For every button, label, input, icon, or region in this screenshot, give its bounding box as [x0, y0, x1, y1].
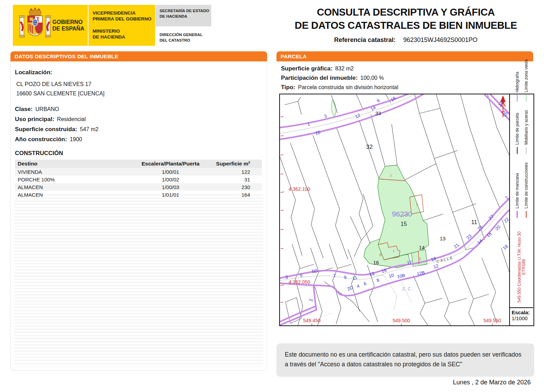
- map-label: 8: [376, 278, 380, 283]
- tipo-label: Tipo:: [281, 84, 295, 91]
- superficie-grafica-value: 832 m2: [335, 66, 353, 71]
- anio-construccion-label: Año construcción:: [15, 136, 67, 143]
- legend-entry-label: Límite de construcciones: [524, 162, 529, 208]
- map-label: 10: [388, 273, 394, 279]
- address-line2: 16600 SAN CLEMENTE [CUENCA]: [16, 89, 262, 98]
- cadastral-map-drawing: 1310121491633321715962301511131416355D79…: [280, 94, 509, 325]
- scale-value: 1/1000: [512, 315, 533, 321]
- gobierno-de-espana-label: GOBIERNO DE ESPAÑA: [52, 19, 86, 32]
- legend-entry-label: Mobiliario y aceras: [524, 110, 529, 145]
- document-title-block: CONSULTA DESCRIPTIVA Y GRÁFICA DE DATOS …: [284, 6, 527, 44]
- map-label: 10: [315, 130, 321, 136]
- superficie-construida-label: Superficie construida:: [15, 126, 77, 133]
- tipo-value: Parcela construida sin división horizont…: [298, 84, 398, 90]
- map-label: 16: [486, 231, 493, 238]
- map-label: 12B: [417, 270, 425, 276]
- legend-entry-label: Hidrografía: [515, 72, 520, 92]
- col-header-escalera-planta-puerta: Escalera/Planta/Puerta: [129, 160, 213, 168]
- legend-entry: Límite de parcela: [515, 110, 520, 154]
- map-label: 17: [407, 259, 412, 265]
- map-label: 11: [352, 275, 358, 281]
- map-label: I: [390, 173, 391, 178]
- legend-line-swatch-icon: [526, 95, 527, 102]
- legend-entry: Mobiliario y aceras: [524, 110, 529, 154]
- map-label: 4.362.100: [289, 186, 310, 192]
- legend-column: Límite de manzanaLímite de construccione…: [515, 162, 529, 218]
- map-label: 9: [376, 98, 381, 103]
- title-line1: CONSULTA DESCRIPTIVA Y GRÁFICA: [317, 7, 495, 18]
- legend-column: HidrografíaLímite zona verde: [515, 59, 529, 102]
- participacion-label: Participación del inmueble:: [281, 75, 358, 81]
- map-label: 18: [502, 244, 509, 251]
- map-label: 96230: [392, 210, 412, 218]
- map-label: 33: [375, 110, 381, 116]
- map-label: Z C.: [402, 286, 414, 291]
- map-label: 7: [333, 273, 336, 278]
- legend-entry-label: Límite de parcela: [515, 113, 520, 145]
- construccion-title: CONSTRUCCIÓN: [15, 150, 262, 157]
- brand-divider: [88, 5, 88, 46]
- superficie-grafica-label: Superficie gráfica:: [281, 65, 332, 72]
- uso-label: Uso principal:: [15, 116, 54, 122]
- map-label: 549.550: [484, 318, 501, 323]
- construction-table-header-row: Destino Escalera/Planta/Puerta Superfici…: [15, 160, 262, 168]
- spain-coat-of-arms-icon: [19, 6, 51, 45]
- map-label: 10B: [397, 273, 405, 279]
- legend-line-swatch-icon: [526, 147, 527, 154]
- legend-column: Límite de parcelaMobiliario y aceras: [515, 110, 529, 154]
- clase-value: URBANO: [35, 106, 59, 112]
- superficie-construida-value: 547 m2: [80, 126, 98, 132]
- clase-label: Clase:: [15, 106, 33, 112]
- map-label: 12: [354, 112, 361, 119]
- table-row: ALMACEN1/00/03230: [15, 183, 262, 191]
- map-label: 2: [308, 298, 314, 302]
- legend-coordinates-note: 549.550 Coordenadas U.T.M. Huso 30 ETRS8…: [517, 226, 526, 308]
- section-header-parcela: PARCELA: [276, 51, 533, 61]
- map-label: 3: [323, 113, 327, 119]
- map-legend: 549.550 Coordenadas U.T.M. Huso 30 ETRS8…: [509, 94, 533, 325]
- map-label: I: [393, 249, 394, 253]
- page-title: CONSULTA DESCRIPTIVA Y GRÁFICA DE DATOS …: [284, 6, 527, 32]
- map-label: 16: [390, 95, 396, 103]
- legend-line-swatch-icon: [516, 211, 518, 218]
- legend-line-swatch-icon: [517, 95, 518, 102]
- legend-entry: Límite zona verde: [524, 59, 529, 102]
- map-label: 15: [401, 221, 407, 227]
- table-row: VIVIENDA1/00/01122: [15, 168, 262, 176]
- col-header-superficie: Superficie m²: [213, 160, 262, 168]
- map-label: 4: [356, 283, 360, 289]
- map-label: 2D: [347, 285, 354, 292]
- table-row: ALMACEN1/01/01164: [15, 191, 262, 198]
- map-label: I: [416, 202, 417, 206]
- map-label: 549.500: [393, 318, 410, 323]
- map-label: 13: [369, 271, 375, 277]
- government-brand-block: GOBIERNO DE ESPAÑA VICEPRESIDENCIA PRIME…: [13, 5, 155, 46]
- map-label: 25: [477, 224, 484, 231]
- direccion-general-catastro-label: DIRECCIÓN GENERAL DEL CATASTRO: [160, 32, 203, 43]
- cadastral-document-page: GOBIERNO DE ESPAÑA VICEPRESIDENCIA PRIME…: [0, 0, 555, 392]
- parcel-info-block: Superficie gráfica:832 m2 Participación …: [281, 65, 534, 93]
- map-label: CALLE: [436, 255, 454, 264]
- legend-line-swatch-icon: [526, 211, 527, 218]
- legend-rotated-content: 549.550 Coordenadas U.T.M. Huso 30 ETRS8…: [511, 98, 532, 308]
- legend-entry-label: Límite de manzana: [515, 173, 520, 208]
- participacion-value: 100,00 %: [360, 75, 384, 81]
- cadastral-reference-value: 9623015WJ4692S0001PO: [403, 36, 477, 43]
- empty-rows-stripes: [14, 193, 263, 367]
- uso-value: Residencial: [57, 116, 86, 122]
- map-label: 22: [503, 216, 509, 224]
- cadastral-reference-label: Referencia catastral:: [334, 36, 395, 43]
- legend-line-swatch-icon: [517, 147, 518, 154]
- map-label: 6: [363, 281, 367, 287]
- map-label: 549.450: [303, 318, 321, 323]
- property-data-panel: Localización: CL POZO DE LAS NIEVES 17 1…: [10, 61, 267, 370]
- map-label: 16: [373, 259, 379, 265]
- legend-entry: Límite de manzana: [515, 162, 520, 218]
- legend-entry: Límite de construcciones: [524, 162, 529, 218]
- legend-entry: Hidrografía: [515, 59, 520, 102]
- disclaimer-box: Este documento no es una certificación c…: [276, 343, 534, 377]
- localizacion-label: Localización:: [15, 69, 52, 76]
- map-label: 14: [419, 245, 425, 250]
- section-header-datos-descriptivos: DATOS DESCRIPTIVOS DEL INMUEBLE: [10, 51, 267, 61]
- ministerio-label: MINISTERIO DE HACIENDA: [93, 28, 152, 40]
